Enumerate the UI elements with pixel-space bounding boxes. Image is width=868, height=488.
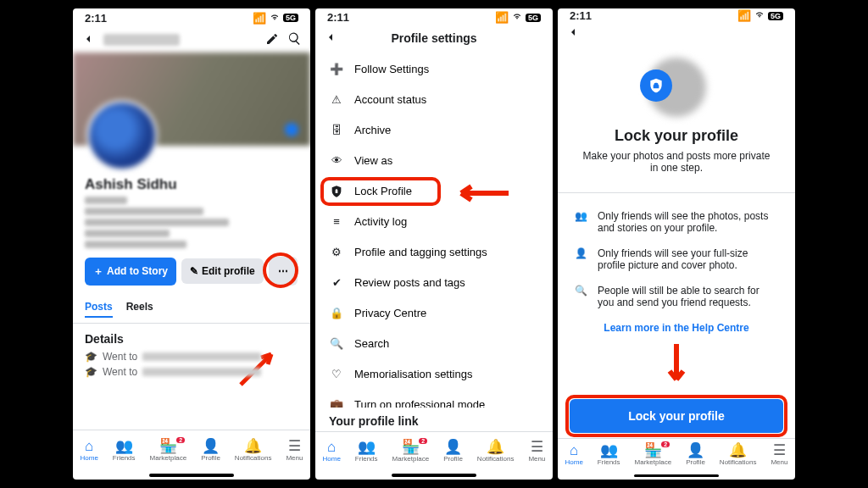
blurred-text: [142, 352, 261, 361]
notification-badge: 2: [661, 441, 670, 447]
nav-marketplace[interactable]: 2🏪Marketplace: [392, 440, 430, 463]
lock-subtext: Make your photos and posts more private …: [581, 150, 771, 174]
top-bar: [73, 27, 310, 53]
status-bar: 2:11 📶 5G: [558, 8, 795, 24]
nav-menu[interactable]: ☰Menu: [771, 443, 787, 466]
net-label: 5G: [768, 12, 783, 20]
item-review-posts[interactable]: ✔Review posts and tags: [315, 268, 553, 298]
bell-icon: 🔔: [244, 439, 262, 453]
annotation-highlight: [565, 395, 787, 437]
item-label: Review posts and tags: [354, 276, 465, 289]
lock-hero-icon: [647, 58, 706, 117]
item-follow-settings[interactable]: ➕Follow Settings: [315, 54, 553, 85]
nav-notifications[interactable]: 🔔Notifications: [235, 439, 272, 462]
marketplace-icon: 🏪: [159, 439, 177, 453]
item-archive[interactable]: 🗄Archive: [315, 115, 553, 146]
nav-home[interactable]: ⌂Home: [565, 443, 583, 466]
nav-notifications[interactable]: 🔔Notifications: [720, 443, 757, 466]
learn-more-link[interactable]: Learn more in the Help Centre: [558, 315, 795, 341]
lock-points: 👥Only friends will see the photos, posts…: [558, 200, 795, 315]
edit-profile-button[interactable]: ✎ Edit profile: [181, 258, 264, 284]
back-icon[interactable]: [81, 32, 95, 48]
top-bar: Profile settings: [315, 26, 553, 51]
search-icon[interactable]: [287, 31, 302, 48]
item-activity-log[interactable]: ≡Activity log: [315, 207, 553, 237]
net-label: 5G: [283, 14, 298, 22]
screen-profile-settings: 2:11 📶 5G Profile settings ➕Follow Setti…: [315, 8, 553, 480]
profile-icon: 👤: [444, 440, 462, 454]
nav-friends[interactable]: 👥Friends: [598, 443, 620, 466]
bottom-nav: ⌂Home 👥Friends 2🏪Marketplace 👤Profile 🔔N…: [315, 431, 553, 470]
profile-icon: 👤: [687, 443, 704, 458]
pencil-icon: ✎: [190, 265, 198, 277]
nav-marketplace[interactable]: 2🏪Marketplace: [635, 443, 672, 466]
nav-menu[interactable]: ☰Menu: [286, 439, 303, 462]
nav-friends[interactable]: 👥Friends: [355, 440, 378, 463]
education-icon: 🎓: [85, 351, 97, 363]
nav-label: Friends: [598, 458, 620, 466]
cover-photo[interactable]: [73, 53, 310, 146]
back-icon[interactable]: [566, 25, 580, 42]
tab-posts[interactable]: Posts: [85, 301, 113, 318]
status-time: 2:11: [570, 9, 592, 22]
net-label: 5G: [526, 14, 541, 22]
item-professional-mode[interactable]: 💼Turn on professional mode: [315, 390, 553, 408]
lock-profile-button[interactable]: Lock your profile: [570, 399, 783, 433]
plus-icon: ＋: [93, 264, 103, 279]
item-view-as[interactable]: 👁View as: [315, 146, 553, 176]
tab-reels[interactable]: Reels: [126, 301, 153, 318]
home-indicator: [149, 474, 234, 477]
user-icon: 👤: [575, 247, 587, 271]
friends-icon: 👥: [115, 439, 133, 453]
signal-icon: 📶: [253, 12, 266, 25]
back-icon[interactable]: [324, 30, 337, 47]
nav-marketplace[interactable]: 2🏪Marketplace: [150, 439, 187, 462]
heart-icon: ♡: [329, 367, 344, 382]
add-to-story-button[interactable]: ＋ Add to Story: [85, 258, 176, 286]
nav-profile[interactable]: 👤Profile: [686, 443, 705, 466]
title-blurred: [103, 34, 180, 46]
item-profile-tagging[interactable]: ⚙Profile and tagging settings: [315, 237, 553, 268]
profile-icon: 👤: [202, 439, 220, 453]
nav-label: Notifications: [720, 458, 757, 466]
lock-icon: 🔒: [329, 306, 344, 321]
item-account-status[interactable]: ⚠Account status: [315, 85, 553, 115]
item-label: Profile and tagging settings: [354, 246, 487, 258]
status-bar: 2:11 📶 5G: [73, 8, 310, 27]
nav-notifications[interactable]: 🔔Notifications: [477, 440, 515, 463]
bell-icon: 🔔: [487, 440, 504, 454]
nav-label: Menu: [528, 455, 545, 463]
friends-icon: 👥: [600, 443, 618, 458]
nav-label: Home: [565, 458, 583, 466]
nav-label: Notifications: [477, 455, 515, 463]
nav-label: Marketplace: [150, 454, 187, 462]
nav-home[interactable]: ⌂Home: [323, 440, 341, 463]
went-to-label: Went to: [103, 366, 137, 378]
item-label: Account status: [354, 93, 426, 106]
item-privacy-centre[interactable]: 🔒Privacy Centre: [315, 298, 553, 329]
nav-profile[interactable]: 👤Profile: [443, 440, 463, 463]
status-right: 📶 5G: [737, 9, 783, 22]
item-label: Turn on professional mode: [354, 398, 485, 408]
top-bar: [558, 24, 795, 44]
nav-label: Profile: [686, 458, 705, 466]
nav-menu[interactable]: ☰Menu: [528, 440, 545, 463]
bottom-nav: ⌂Home 👥Friends 2🏪Marketplace 👤Profile 🔔N…: [558, 438, 795, 471]
item-search[interactable]: 🔍Search: [315, 329, 553, 359]
point-text: People will still be able to search for …: [598, 285, 778, 308]
annotation-highlight: [320, 177, 441, 206]
home-icon: ⌂: [327, 440, 336, 454]
edit-icon[interactable]: [265, 32, 279, 48]
point-text: Only friends will see your full-size pro…: [598, 247, 778, 271]
home-icon: ⌂: [570, 443, 578, 458]
nav-home[interactable]: ⌂Home: [81, 439, 98, 462]
notification-badge: 2: [176, 437, 185, 443]
nav-profile[interactable]: 👤Profile: [201, 439, 220, 462]
home-indicator: [392, 474, 476, 477]
nav-friends[interactable]: 👥Friends: [113, 439, 136, 462]
item-memorialisation[interactable]: ♡Memorialisation settings: [315, 359, 553, 390]
screen-lock-profile: 2:11 📶 5G Lock your profile Make your ph…: [558, 8, 795, 480]
briefcase-icon: 💼: [329, 397, 344, 408]
profile-avatar[interactable]: [86, 100, 158, 171]
annotation-circle: [263, 252, 298, 288]
